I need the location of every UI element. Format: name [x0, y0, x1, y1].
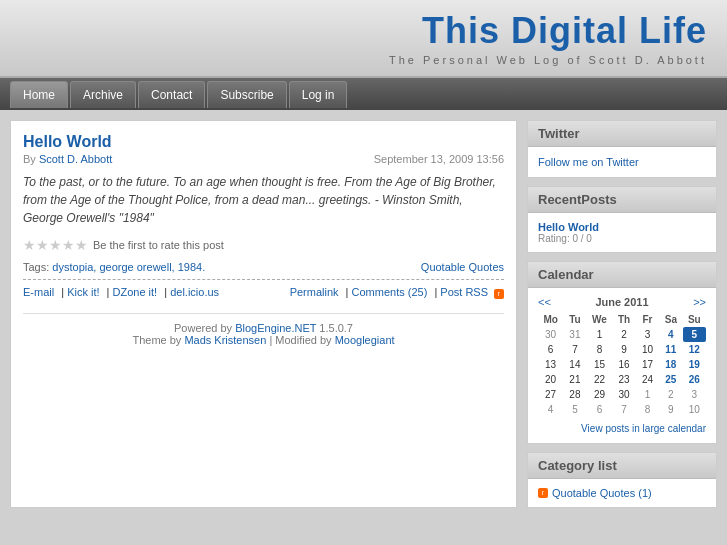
recent-post-title[interactable]: Hello World [538, 221, 706, 233]
cal-day[interactable]: 2 [612, 327, 635, 342]
permalink-link[interactable]: Permalink [290, 286, 339, 298]
cal-day: 5 [563, 402, 586, 417]
cal-header-fr: Fr [636, 312, 659, 327]
sidebar: Twitter Follow me on Twitter RecentPosts… [527, 120, 717, 508]
recent-post-link[interactable]: Hello World [538, 221, 599, 233]
cal-day[interactable]: 11 [659, 342, 682, 357]
cal-day[interactable]: 14 [563, 357, 586, 372]
cal-day: 7 [612, 402, 635, 417]
category-header: Category list [528, 453, 716, 479]
cal-day[interactable]: 24 [636, 372, 659, 387]
recent-posts-header: RecentPosts [528, 187, 716, 213]
cal-day[interactable]: 23 [612, 372, 635, 387]
twitter-follow-link[interactable]: Follow me on Twitter [538, 156, 639, 168]
twitter-widget: Twitter Follow me on Twitter [527, 120, 717, 178]
post-links: E-mail | Kick it! | DZone it! | del.icio… [23, 286, 504, 299]
cal-day[interactable]: 6 [538, 342, 563, 357]
cal-day[interactable]: 1 [587, 327, 613, 342]
cal-day[interactable]: 28 [563, 387, 586, 402]
theme-author-link[interactable]: Mads Kristensen [184, 334, 266, 346]
cal-day[interactable]: 19 [683, 357, 706, 372]
cal-day[interactable]: 16 [612, 357, 635, 372]
table-row: 30 31 1 2 3 4 5 [538, 327, 706, 342]
cal-day: 10 [683, 402, 706, 417]
rating-text: Be the first to rate this post [93, 239, 224, 251]
cal-day[interactable]: 17 [636, 357, 659, 372]
post-left-links: E-mail | Kick it! | DZone it! | del.icio… [23, 286, 223, 299]
calendar-view-link-container: View posts in large calendar [538, 421, 706, 435]
email-link[interactable]: E-mail [23, 286, 54, 298]
cal-header-we: We [587, 312, 613, 327]
rss-small-icon: r [538, 488, 548, 498]
cal-day[interactable]: 9 [612, 342, 635, 357]
cal-day[interactable]: 7 [563, 342, 586, 357]
recent-post-rating: Rating: 0 / 0 [538, 233, 706, 244]
footer-modified: | Modified by [266, 334, 334, 346]
post-body: To the past, or to the future. To an age… [23, 173, 504, 227]
modifier-link[interactable]: Mooglegiant [335, 334, 395, 346]
table-row: 20 21 22 23 24 25 26 [538, 372, 706, 387]
category-link[interactable]: Quotable Quotes (1) [552, 487, 652, 499]
cal-day[interactable]: 15 [587, 357, 613, 372]
cal-day-today[interactable]: 5 [683, 327, 706, 342]
rating-stars[interactable]: ★★★★★ [23, 237, 88, 253]
rss-icon: r [494, 289, 504, 299]
calendar-header: Calendar [528, 262, 716, 288]
post-date: September 13, 2009 13:56 [374, 153, 504, 165]
cal-header-mo: Mo [538, 312, 563, 327]
footer-powered: Powered by [174, 322, 235, 334]
site-footer: Powered by BlogEngine.NET 1.5.0.7 Theme … [23, 313, 504, 354]
list-item: r Quotable Quotes (1) [538, 487, 706, 499]
table-row: 4 5 6 7 8 9 10 [538, 402, 706, 417]
cal-day[interactable]: 25 [659, 372, 682, 387]
dzone-link[interactable]: DZone it! [113, 286, 158, 298]
delicious-link[interactable]: del.icio.us [170, 286, 219, 298]
nav-subscribe[interactable]: Subscribe [207, 81, 286, 108]
comments-link[interactable]: Comments (25) [352, 286, 428, 298]
twitter-header: Twitter [528, 121, 716, 147]
cal-day[interactable]: 22 [587, 372, 613, 387]
cal-day[interactable]: 21 [563, 372, 586, 387]
twitter-body: Follow me on Twitter [528, 147, 716, 177]
cal-day: 1 [636, 387, 659, 402]
cal-header-su: Su [683, 312, 706, 327]
cal-header-th: Th [612, 312, 635, 327]
cal-day[interactable]: 8 [587, 342, 613, 357]
rss-link[interactable]: Post RSS [440, 286, 488, 298]
quotable-quotes-link[interactable]: Quotable Quotes [421, 261, 504, 273]
cal-day[interactable]: 3 [636, 327, 659, 342]
calendar-widget: Calendar << June 2011 >> Mo Tu We [527, 261, 717, 444]
cal-day: 6 [587, 402, 613, 417]
cal-day[interactable]: 12 [683, 342, 706, 357]
post-author-label: By Scott D. Abbott [23, 153, 112, 165]
cal-day[interactable]: 26 [683, 372, 706, 387]
post-author-link[interactable]: Scott D. Abbott [39, 153, 112, 165]
table-row: 27 28 29 30 1 2 3 [538, 387, 706, 402]
tags-links[interactable]: dystopia, george orewell, 1984. [52, 261, 205, 273]
nav-archive[interactable]: Archive [70, 81, 136, 108]
cal-header-sa: Sa [659, 312, 682, 327]
kickit-link[interactable]: Kick it! [67, 286, 99, 298]
cal-day[interactable]: 13 [538, 357, 563, 372]
calendar-prev[interactable]: << [538, 296, 551, 308]
cal-day[interactable]: 4 [659, 327, 682, 342]
nav-login[interactable]: Log in [289, 81, 348, 108]
cal-day[interactable]: 27 [538, 387, 563, 402]
calendar-month-year: June 2011 [595, 296, 648, 308]
table-row: 6 7 8 9 10 11 12 [538, 342, 706, 357]
cal-day: 9 [659, 402, 682, 417]
nav-contact[interactable]: Contact [138, 81, 205, 108]
cal-day[interactable]: 10 [636, 342, 659, 357]
cal-day[interactable]: 30 [612, 387, 635, 402]
cal-day[interactable]: 18 [659, 357, 682, 372]
recent-post-item: Hello World Rating: 0 / 0 [538, 221, 706, 244]
recent-posts-widget: RecentPosts Hello World Rating: 0 / 0 [527, 186, 717, 253]
nav-home[interactable]: Home [10, 81, 68, 108]
blogengine-link[interactable]: BlogEngine.NET [235, 322, 316, 334]
footer-version: 1.5.0.7 [316, 322, 353, 334]
cal-day[interactable]: 20 [538, 372, 563, 387]
cal-day[interactable]: 29 [587, 387, 613, 402]
calendar-view-link[interactable]: View posts in large calendar [581, 423, 706, 434]
cal-day: 2 [659, 387, 682, 402]
calendar-next[interactable]: >> [693, 296, 706, 308]
